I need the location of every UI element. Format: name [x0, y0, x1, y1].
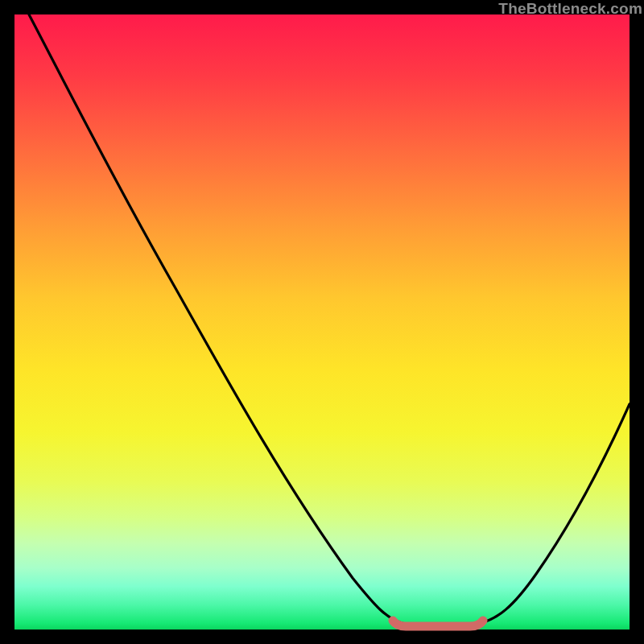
bottleneck-curve-path — [29, 14, 630, 624]
valley-marker — [393, 621, 483, 626]
curve-svg — [14, 14, 630, 630]
chart-stage: TheBottleneck.com — [0, 0, 644, 644]
plot-area — [14, 14, 630, 630]
